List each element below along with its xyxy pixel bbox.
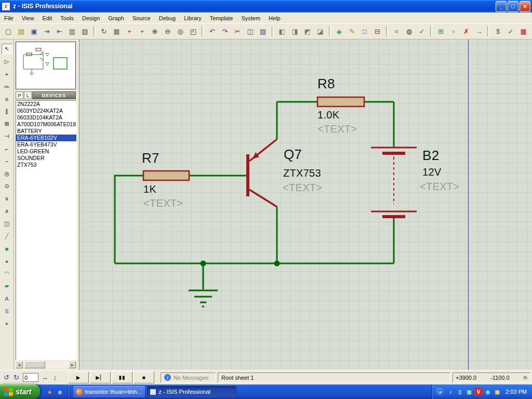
menu-item-graph[interactable]: Graph [104, 14, 128, 23]
remove-sheet-icon[interactable]: ✗ [460, 25, 472, 37]
2d-path-tool-icon[interactable]: ▰ [2, 281, 12, 291]
play-button[interactable]: ▶ [68, 371, 89, 383]
block-copy-icon[interactable]: ◧ [276, 25, 288, 37]
device-pins-mode-icon[interactable]: ⌐ [2, 143, 12, 154]
wire-autorouter-icon[interactable]: ≈ [391, 25, 403, 37]
buses-mode-icon[interactable]: ∥ [2, 106, 12, 117]
2d-symbol-tool-icon[interactable]: S [2, 305, 12, 316]
device-list-item[interactable]: BATTERY [16, 128, 76, 135]
device-list-item[interactable]: 2N2222A [16, 101, 76, 108]
import-section-icon[interactable]: ⇥ [41, 25, 53, 37]
goto-sheet-icon[interactable]: → [473, 25, 485, 37]
rotate-ccw-button[interactable]: ↺ [2, 373, 11, 382]
library-button[interactable]: L [24, 91, 32, 99]
menu-item-file[interactable]: File [0, 14, 18, 23]
ground-symbol[interactable] [189, 263, 218, 307]
resistor-r8[interactable] [317, 97, 364, 107]
electrical-rule-check-icon[interactable]: ✓ [505, 25, 517, 37]
print-design-icon[interactable]: ▥ [66, 25, 78, 37]
2d-text-tool-icon[interactable]: A [2, 293, 12, 304]
redraw-icon[interactable]: ↻ [98, 25, 110, 37]
scroll-thumb[interactable] [24, 361, 45, 368]
device-list-item[interactable]: 06033D104KAT2A [16, 114, 76, 121]
zoom-area-icon[interactable]: ◰ [187, 25, 199, 37]
component-ref-label[interactable]: R7 [142, 150, 159, 166]
cut-icon[interactable]: ✂ [232, 25, 244, 37]
graphs-mode-icon[interactable]: ~ [2, 156, 12, 167]
component-value-label[interactable]: 1K [143, 183, 156, 195]
battery-b2[interactable] [371, 148, 417, 217]
device-list-item[interactable]: 0603YD224KAT2A [16, 108, 76, 114]
component-text-placeholder[interactable]: <TEXT> [317, 123, 357, 135]
junction-dot-mode-icon[interactable]: + [2, 69, 12, 79]
component-ref-label[interactable]: R8 [317, 76, 335, 92]
menu-item-library[interactable]: Library [180, 14, 206, 23]
export-section-icon[interactable]: ⇤ [54, 25, 65, 37]
mirror-vertical-button[interactable]: ↕ [50, 373, 60, 382]
component-text-placeholder[interactable]: <TEXT> [283, 182, 322, 194]
zoom-in-icon[interactable]: ⊕ [149, 25, 161, 37]
component-ref-label[interactable]: B2 [422, 148, 439, 164]
hide-icons-chevron[interactable]: ◄ [436, 388, 444, 396]
tape-recorder-mode-icon[interactable]: ◎ [2, 168, 12, 179]
device-list-item[interactable]: ERA-6YEB473V [16, 141, 76, 148]
redo-icon[interactable]: ↷ [219, 25, 231, 37]
center-at-cursor-icon[interactable]: + [136, 25, 148, 37]
component-text-placeholder[interactable]: <TEXT> [420, 181, 459, 193]
voltage-probe-mode-icon[interactable]: ∨ [2, 193, 12, 204]
make-device-icon[interactable]: ✎ [346, 25, 358, 37]
taskbar-task-button[interactable]: z - ISIS Professional [147, 386, 236, 397]
taskbar-task-button[interactable]: transistor thuan+tinh... [73, 386, 145, 397]
messenger-icon[interactable]: ◉ [484, 388, 492, 396]
maximize-button[interactable]: □ [508, 1, 518, 12]
display-icon[interactable]: ▯ [456, 388, 464, 396]
component-ref-label[interactable]: Q7 [284, 147, 302, 163]
pick-parts-icon[interactable]: ◈ [334, 25, 345, 37]
menu-item-design[interactable]: Design [78, 14, 104, 23]
start-button[interactable]: start [0, 384, 40, 399]
terminals-mode-icon[interactable]: ⊣ [2, 131, 12, 142]
2d-arc-tool-icon[interactable]: ◠ [2, 268, 12, 279]
component-value-label[interactable]: 12V [422, 166, 442, 178]
device-list-item[interactable]: ZTX753 [16, 162, 76, 168]
antivirus-icon[interactable]: V [474, 388, 483, 396]
open-design-icon[interactable]: ▤ [16, 25, 28, 37]
rotation-angle-input[interactable] [23, 373, 38, 382]
menu-item-template[interactable]: Template [206, 14, 237, 23]
subcircuit-mode-icon[interactable]: ⊞ [2, 118, 12, 129]
pick-button[interactable]: P [16, 91, 23, 99]
rotate-cw-button[interactable]: ↻ [11, 373, 21, 382]
update-icon[interactable]: ▣ [493, 388, 501, 396]
device-list[interactable]: 2N2222A0603YD224KAT2A06033D104KAT2AA700D… [16, 100, 77, 360]
schematic-canvas[interactable]: R7 1K <TEXT> R8 1.0K <TEXT> Q7 ZTX753 <T… [79, 39, 532, 370]
paste-icon[interactable]: ▨ [257, 25, 269, 37]
device-list-item[interactable]: LED-GREEN [16, 148, 76, 155]
menu-item-tools[interactable]: Tools [56, 14, 78, 23]
component-value-label[interactable]: 1.0K [317, 109, 339, 121]
pause-button[interactable]: ▮▮ [112, 371, 132, 383]
packaging-tool-icon[interactable]: □ [359, 25, 371, 37]
close-button[interactable]: × [520, 1, 530, 12]
mark-output-area-icon[interactable]: ▧ [79, 25, 91, 37]
2d-box-tool-icon[interactable]: ■ [2, 243, 12, 254]
scroll-track[interactable] [23, 361, 69, 368]
generators-mode-icon[interactable]: ⊙ [2, 181, 12, 192]
block-move-icon[interactable]: ◨ [289, 25, 301, 37]
device-list-item[interactable]: A700D107M006ATE018 [16, 121, 76, 128]
component-mode-icon[interactable]: ▷ [2, 56, 12, 67]
menu-item-edit[interactable]: Edit [38, 14, 56, 23]
copy-icon[interactable]: ◫ [244, 25, 256, 37]
component-text-placeholder[interactable]: <TEXT> [143, 197, 183, 209]
new-sheet-icon[interactable]: ▫ [448, 25, 460, 37]
block-rotate-icon[interactable]: ◩ [302, 25, 314, 37]
internet-explorer-icon[interactable]: e [55, 387, 65, 397]
menu-item-debug[interactable]: Debug [155, 14, 180, 23]
virtual-instruments-mode-icon[interactable]: ◫ [2, 218, 12, 229]
menu-item-system[interactable]: System [237, 14, 264, 23]
minimize-button[interactable]: _ [496, 1, 507, 12]
decompose-icon[interactable]: ⊟ [371, 25, 383, 37]
menu-item-help[interactable]: Help [264, 14, 285, 23]
menu-item-view[interactable]: View [18, 14, 38, 23]
mirror-horizontal-button[interactable]: ↔ [40, 373, 50, 382]
wire-label-mode-icon[interactable]: LBL [2, 81, 12, 92]
